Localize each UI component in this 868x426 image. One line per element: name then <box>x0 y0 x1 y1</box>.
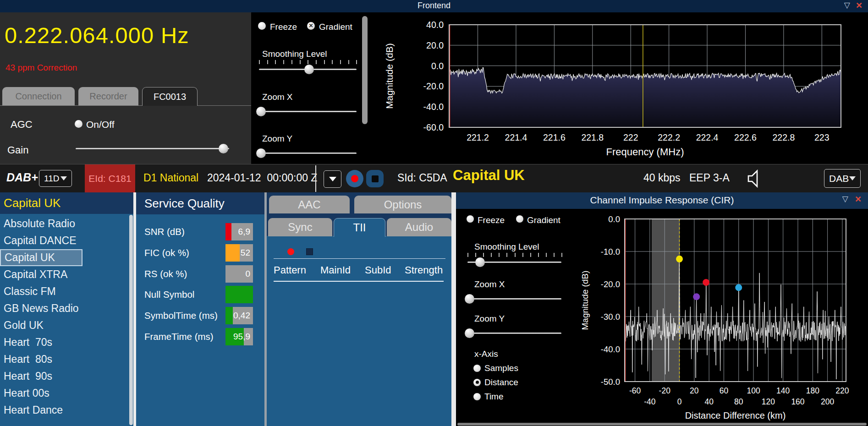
radio-time[interactable] <box>473 393 481 400</box>
cir-freeze-radio[interactable] <box>467 215 474 223</box>
zoom-x-slider[interactable] <box>259 107 357 116</box>
svg-text:223: 223 <box>814 132 830 142</box>
gain-slider[interactable] <box>76 144 229 153</box>
bitrate-label: 40 kbps <box>643 172 681 184</box>
service-list-item[interactable]: Heart 70s <box>0 334 128 351</box>
service-list-scrollbar[interactable] <box>129 215 133 425</box>
record-options-button[interactable] <box>324 170 341 188</box>
zoom-y-slider[interactable] <box>259 148 357 158</box>
service-id: SId: C5DA <box>397 172 447 184</box>
panel-divider[interactable] <box>451 192 456 426</box>
quality-row: FIC (ok %)52 <box>136 244 264 262</box>
column-header-strength: Strength <box>405 264 443 276</box>
svg-text:222.8: 222.8 <box>772 132 795 142</box>
decoder-panel: AACOptions SyncTIIAudio PatternMainIdSub… <box>267 192 451 426</box>
svg-text:40: 40 <box>704 397 714 406</box>
tab-options[interactable]: Options <box>354 196 451 213</box>
quality-metric-bar <box>225 286 253 303</box>
radio-label: Time <box>484 392 504 402</box>
tab-sync[interactable]: Sync <box>268 218 332 236</box>
svg-text:0: 0 <box>677 397 682 406</box>
svg-text:Frequency (MHz): Frequency (MHz) <box>606 146 684 158</box>
svg-text:220: 220 <box>835 386 849 395</box>
gradient-label: Gradient <box>319 22 352 32</box>
output-mode-select[interactable]: DAB <box>824 169 861 188</box>
svg-text:180: 180 <box>806 386 819 395</box>
chevron-down-icon <box>849 176 856 180</box>
frontend-area: 0.222.064.000 Hz 43 ppm Correction Conne… <box>0 12 868 164</box>
quality-metric-bar: 52 <box>225 244 253 262</box>
decoder-tab-strip: AACOptions SyncTIIAudio <box>267 192 451 236</box>
collapse-icon[interactable]: ▽ <box>842 194 848 204</box>
quality-metric-label: SNR (dB) <box>144 223 185 240</box>
selected-service-header: Capital UK <box>0 192 133 214</box>
service-list-item[interactable]: Classic FM <box>0 283 128 300</box>
service-list-item[interactable]: Heart 00s <box>0 385 128 402</box>
output-mode-value: DAB <box>829 173 849 184</box>
service-list-item[interactable]: GB News Radio <box>0 300 128 317</box>
radio-distance[interactable] <box>473 379 481 386</box>
svg-text:-40.0: -40.0 <box>423 102 444 112</box>
column-header-mainid: MainId <box>320 264 351 276</box>
collapse-icon[interactable]: ▽ <box>844 0 850 11</box>
cir-smoothing-slider[interactable] <box>467 257 561 267</box>
svg-text:60: 60 <box>720 386 729 395</box>
quality-metric-label: FrameTime (ms) <box>144 328 214 345</box>
quality-metric-value: 52 <box>241 244 250 262</box>
quality-metric-value: 6,9 <box>238 223 250 240</box>
record-button[interactable] <box>346 170 363 187</box>
svg-text:Magnitude (dB): Magnitude (dB) <box>580 271 590 330</box>
cir-gradient-radio[interactable] <box>516 215 523 223</box>
svg-text:221.8: 221.8 <box>581 132 604 142</box>
speaker-icon[interactable] <box>747 169 764 188</box>
gradient-checkbox[interactable]: ✕ <box>307 22 315 30</box>
cir-zoom-y-slider[interactable] <box>467 328 561 338</box>
cir-xaxis-options: SamplesDistanceTime <box>473 361 518 404</box>
service-list-item[interactable]: Heart 90s <box>0 368 128 385</box>
agc-radio[interactable] <box>75 120 82 128</box>
tab-connection[interactable]: Connection <box>2 87 75 105</box>
service-list-item[interactable]: Heart Dance <box>0 402 128 419</box>
service-list-item[interactable]: Capital XTRA <box>0 266 128 283</box>
tab-recorder[interactable]: Recorder <box>78 87 138 105</box>
close-icon[interactable]: ✕ <box>856 0 863 11</box>
cir-gradient-label: Gradient <box>527 215 560 225</box>
table-header-underline <box>274 281 444 282</box>
svg-text:222.2: 222.2 <box>658 132 680 142</box>
service-list-item[interactable]: Capital UK <box>0 249 82 266</box>
stop-button[interactable] <box>366 170 384 187</box>
column-header-pattern: Pattern <box>274 264 306 276</box>
quality-metric-value: 95,9 <box>233 328 250 345</box>
tuner-panel: 0.222.064.000 Hz 43 ppm Correction Conne… <box>0 12 251 164</box>
service-list-item[interactable]: Capital DANCE <box>0 232 128 249</box>
quality-metric-bar: 0,42 <box>225 307 253 324</box>
service-list-item[interactable]: Gold UK <box>0 317 128 334</box>
freeze-radio[interactable] <box>258 22 266 30</box>
cir-freeze-label: Freeze <box>478 215 505 225</box>
smoothing-level-slider[interactable] <box>259 65 357 74</box>
service-list-item[interactable]: Heart 80s <box>0 351 128 368</box>
cir-horizontal-scrollbar[interactable] <box>457 423 867 426</box>
tab-fc0013[interactable]: FC0013 <box>142 87 198 106</box>
svg-text:140: 140 <box>776 386 790 395</box>
cir-xaxis-group-label: x-Axis <box>474 349 498 359</box>
tab-aac[interactable]: AAC <box>269 196 350 213</box>
frame-status-indicator <box>306 248 313 255</box>
controls-scrollbar[interactable] <box>362 16 368 124</box>
service-list-item[interactable]: Absolute Radio <box>0 215 128 232</box>
cir-zoom-x-slider[interactable] <box>467 294 561 304</box>
agc-option-label: On/Off <box>86 119 114 130</box>
svg-text:221.6: 221.6 <box>543 132 566 142</box>
quality-metric-value: 0,42 <box>233 307 250 324</box>
tab-tii[interactable]: TII <box>334 218 385 237</box>
close-icon[interactable]: ✕ <box>855 194 862 204</box>
radio-samples[interactable] <box>473 365 481 372</box>
ensemble-id-badge: EId: C181 <box>85 164 135 192</box>
svg-text:120: 120 <box>762 397 775 406</box>
svg-text:Distance Difference (km): Distance Difference (km) <box>685 410 786 421</box>
tab-audio[interactable]: Audio <box>387 218 451 236</box>
cir-smoothing-label: Smoothing Level <box>474 242 539 252</box>
channel-select[interactable]: 11D <box>39 170 72 187</box>
svg-text:80: 80 <box>734 397 743 406</box>
cir-smoothing-tick-marks <box>467 253 562 257</box>
